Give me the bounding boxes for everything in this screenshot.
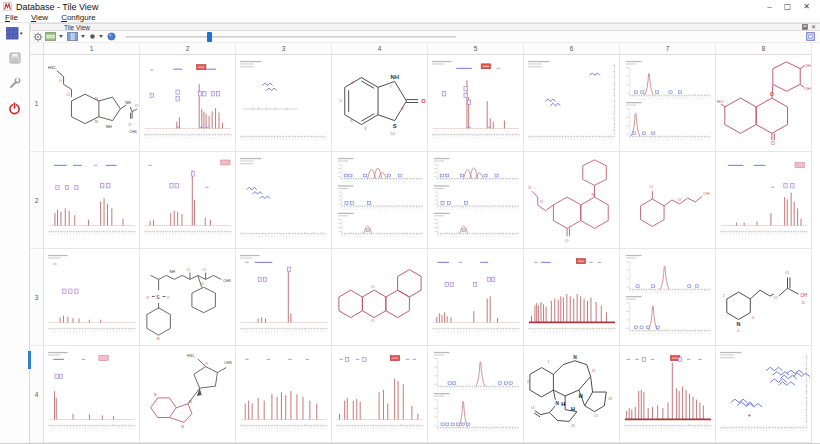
tile-r1c4-structure-benzothiazolone[interactable]: NH S O 71096543	[332, 55, 428, 152]
tile-r2c1-nmr-spectrum[interactable]	[44, 152, 140, 249]
tile-r3c7-stacked-chromatograms[interactable]	[620, 249, 716, 346]
tile-r2c3-scatter-panel[interactable]	[236, 152, 332, 249]
svg-text:N: N	[592, 192, 595, 197]
svg-text:O: O	[146, 295, 149, 300]
row-header-1[interactable]: 1	[30, 55, 44, 152]
tile-r1c3-flat-spectrum[interactable]	[236, 55, 332, 152]
view-options-dropdown[interactable]	[99, 35, 103, 38]
svg-text:O: O	[770, 92, 774, 97]
tile-r4c8-structure-panel-blue[interactable]	[716, 346, 812, 443]
fit-view-icon[interactable]	[806, 32, 820, 41]
tile-r3c1-nmr-spectrum[interactable]	[44, 249, 140, 346]
svg-text:OH: OH	[703, 191, 709, 196]
tile-r4c6-structure-strychnine[interactable]: N N O O HHH 20232513	[524, 346, 620, 443]
table-style-icon[interactable]	[67, 32, 78, 41]
column-header-3[interactable]: 3	[236, 43, 332, 55]
zoom-slider-handle[interactable]	[207, 32, 212, 42]
svg-text:OH: OH	[804, 63, 811, 68]
svg-text:S: S	[156, 295, 160, 300]
window-title: Database - Tile View	[16, 2, 98, 12]
svg-text:O: O	[203, 267, 206, 272]
menu-view[interactable]: View	[31, 13, 48, 22]
column-header-4[interactable]: 4	[332, 43, 428, 55]
tile-r1c5-nmr-spectrum[interactable]	[428, 55, 524, 152]
tile-view-grid-icon[interactable]	[6, 25, 24, 41]
tile-r2c5-stacked-chromatograms-3[interactable]	[428, 152, 524, 249]
svg-text:O: O	[135, 103, 138, 108]
exit-power-icon[interactable]	[6, 100, 24, 116]
svg-text:H: H	[571, 406, 575, 412]
scroll-indicator[interactable]	[28, 351, 31, 369]
tile-r1c2-nmr-spectrum[interactable]	[140, 55, 236, 152]
svg-text:O: O	[678, 197, 681, 202]
tile-r3c6-c13-spectrum[interactable]	[524, 249, 620, 346]
column-header-1[interactable]: 1	[44, 43, 140, 55]
svg-text:1: 1	[548, 360, 550, 364]
settings-gear-icon[interactable]	[33, 32, 43, 42]
tile-r2c2-nmr-spectrum[interactable]	[140, 152, 236, 249]
svg-text:OH: OH	[804, 86, 811, 91]
svg-text:25: 25	[571, 424, 575, 428]
svg-text:2: 2	[723, 294, 725, 298]
tile-r3c8-structure-pyridine-acid[interactable]: N O O OH 41126	[716, 249, 812, 346]
menu-bar: File View Configure	[0, 13, 820, 22]
row-header-2[interactable]: 2	[30, 152, 44, 249]
tile-r4c3-nmr-spectrum[interactable]	[236, 346, 332, 443]
title-bar: Database - Tile View – ▢ ✕	[0, 0, 820, 13]
tile-r3c2-structure-sulfonamide[interactable]: NH O O CH3 S O O O N	[140, 249, 236, 346]
row-header-4[interactable]: 4	[30, 346, 44, 443]
tile-style-dropdown[interactable]	[59, 35, 63, 38]
table-style-dropdown[interactable]	[81, 35, 85, 38]
tile-r2c7-structure-ring-chain[interactable]: O O OH	[620, 152, 716, 249]
tile-r2c6-structure-quinolinone-ester[interactable]: O O N O	[524, 152, 620, 249]
tile-r4c1-nmr-spectrum[interactable]	[44, 346, 140, 443]
column-header-2[interactable]: 2	[140, 43, 236, 55]
app-icon	[3, 2, 12, 13]
svg-text:HO: HO	[717, 99, 724, 104]
tile-r2c8-nmr-spectrum[interactable]	[716, 152, 812, 249]
zoom-slider-track[interactable]	[126, 36, 456, 38]
svg-text:O: O	[128, 123, 131, 128]
svg-text:NH: NH	[106, 124, 112, 129]
tile-r3c3-nmr-spectrum[interactable]	[236, 249, 332, 346]
tile-r1c6-scatter-panel[interactable]	[524, 55, 620, 152]
column-header-5[interactable]: 5	[428, 43, 524, 55]
tile-style-icon[interactable]	[45, 32, 56, 41]
svg-text:O: O	[166, 295, 169, 300]
svg-text:N: N	[573, 355, 577, 360]
tile-r4c4-c13-spectrum[interactable]	[332, 346, 428, 443]
tile-r4c7-c13-spectrum[interactable]	[620, 346, 716, 443]
app-window: Database - Tile View – ▢ ✕ File View Con…	[0, 0, 820, 444]
menu-configure[interactable]: Configure	[61, 13, 96, 22]
column-header-7[interactable]: 7	[620, 43, 716, 55]
close-button[interactable]: ✕	[803, 2, 810, 12]
close-panel-icon[interactable]: ✕	[811, 24, 816, 30]
column-header-6[interactable]: 6	[524, 43, 620, 55]
zoom-slider[interactable]	[126, 32, 456, 42]
svg-text:9: 9	[402, 107, 404, 111]
tile-grid: 123456781 H3C O O N N NH NH O O CH3 NH S…	[30, 43, 820, 443]
wrench-icon[interactable]	[6, 75, 24, 91]
tile-r1c8-structure-flavonoid[interactable]: O O OH OH HO	[716, 55, 812, 152]
tile-r4c2-structure-nucleoside[interactable]: O N N N H3C CH3	[140, 346, 236, 443]
row-header-3[interactable]: 3	[30, 249, 44, 346]
menu-file[interactable]: File	[5, 13, 18, 22]
tile-r2c4-stacked-chromatograms-3[interactable]	[332, 152, 428, 249]
svg-text:O: O	[565, 238, 568, 243]
tile-r1c7-stacked-chromatograms[interactable]	[620, 55, 716, 152]
tile-r3c5-nmr-spectrum[interactable]	[428, 249, 524, 346]
float-panel-icon[interactable]	[802, 24, 808, 31]
svg-text:N: N	[95, 119, 98, 124]
svg-text:N: N	[95, 96, 98, 101]
tile-r4c5-stacked-chromatograms[interactable]	[428, 346, 524, 443]
svg-text:H: H	[561, 401, 565, 407]
minimize-button[interactable]: –	[767, 2, 771, 12]
save-icon[interactable]	[6, 50, 24, 66]
navigator-sphere-icon[interactable]	[107, 32, 116, 41]
column-header-8[interactable]: 8	[716, 43, 812, 55]
tile-r1c1-structure-purine-carbamate[interactable]: H3C O O N N NH NH O O CH3	[44, 55, 140, 152]
tile-r3c4-structure-tetracyclic[interactable]: O O	[332, 249, 428, 346]
svg-text:O: O	[59, 78, 62, 83]
view-options-icon[interactable]	[89, 33, 96, 40]
maximize-button[interactable]: ▢	[784, 2, 792, 12]
